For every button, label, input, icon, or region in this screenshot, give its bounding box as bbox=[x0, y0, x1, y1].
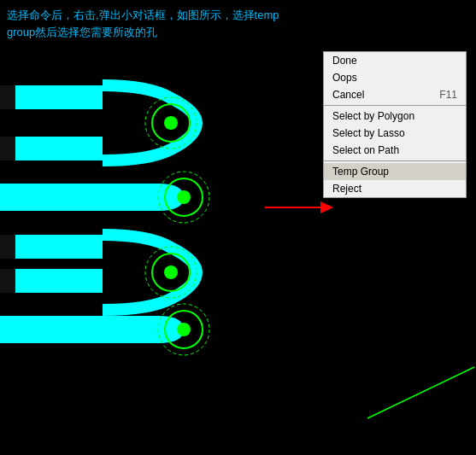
svg-rect-17 bbox=[0, 269, 15, 293]
svg-line-18 bbox=[367, 367, 474, 418]
menu-item-temp-group[interactable]: Temp Group bbox=[324, 163, 466, 180]
svg-point-13 bbox=[177, 323, 191, 336]
svg-rect-16 bbox=[0, 235, 15, 259]
svg-point-7 bbox=[164, 116, 178, 130]
menu-item-oops[interactable]: Oops bbox=[324, 69, 466, 86]
svg-point-9 bbox=[177, 190, 191, 204]
menu-item-select-on-path[interactable]: Select on Path bbox=[324, 142, 466, 159]
menu-item-cancel[interactable]: Cancel F11 bbox=[324, 86, 466, 103]
separator-2 bbox=[324, 160, 466, 161]
svg-marker-24 bbox=[320, 201, 333, 213]
menu-item-select-by-polygon[interactable]: Select by Polygon bbox=[324, 108, 466, 125]
separator-1 bbox=[324, 105, 466, 106]
menu-item-select-by-lasso[interactable]: Select by Lasso bbox=[324, 125, 466, 142]
annotation-arrow bbox=[265, 195, 367, 220]
svg-rect-15 bbox=[0, 137, 15, 160]
svg-rect-14 bbox=[0, 85, 15, 109]
instruction-text: 选择命令后，右击,弹出小对话框，如图所示，选择temp group然后选择您需要… bbox=[7, 7, 297, 40]
context-menu: Done Oops Cancel F11 Select by Polygon S… bbox=[323, 51, 467, 198]
cancel-shortcut: F11 bbox=[439, 89, 457, 101]
svg-point-11 bbox=[164, 265, 178, 279]
menu-item-done[interactable]: Done bbox=[324, 52, 466, 69]
